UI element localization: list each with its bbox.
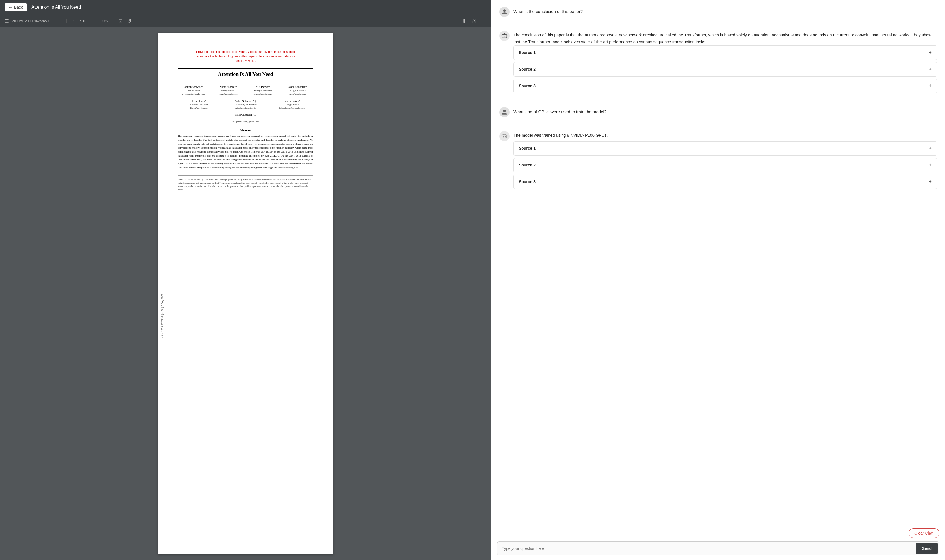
expand-icon: +	[929, 66, 932, 72]
source-item-2-3[interactable]: Source 3 +	[514, 175, 937, 189]
send-button[interactable]: Send	[916, 543, 938, 554]
ai-row-2: The model was trained using 8 NVIDIA P10…	[499, 131, 937, 141]
page-number-input[interactable]	[70, 19, 78, 23]
expand-icon: +	[929, 83, 932, 89]
zoom-controls: − 99% +	[93, 17, 115, 25]
expand-icon: +	[929, 179, 932, 185]
menu-icon[interactable]: ☰	[3, 17, 10, 25]
page-total: 15	[83, 19, 86, 23]
pdf-footnote: *Equal contribution. Listing order is ra…	[178, 175, 313, 192]
clear-chat-button[interactable]: Clear Chat	[908, 528, 939, 538]
source-item-1-3[interactable]: Source 3 +	[514, 79, 937, 93]
ai-answer-1: The conclusion of this paper is that the…	[514, 31, 937, 46]
svg-point-3	[505, 35, 506, 37]
user-question-1: What is the conclusion of this paper?	[514, 7, 583, 15]
expand-icon: +	[929, 162, 932, 168]
toolbar-separator: |	[66, 18, 67, 24]
source-item-2-1[interactable]: Source 1 +	[514, 141, 937, 156]
source-item-1-2[interactable]: Source 2 +	[514, 62, 937, 77]
author-name: Noam Shazeer*	[212, 86, 244, 88]
chat-message-user-1: What is the conclusion of this paper?	[491, 0, 945, 24]
paper-title: Attention Is All You Need	[178, 71, 313, 77]
page-controls: / 15	[70, 19, 86, 23]
expand-icon: +	[929, 146, 932, 151]
chat-message-ai-2: The model was trained using 8 NVIDIA P10…	[491, 124, 945, 196]
chat-input[interactable]	[497, 542, 916, 555]
author-org: Google Research	[247, 89, 279, 92]
svg-point-2	[503, 35, 504, 37]
zoom-out-button[interactable]: −	[93, 17, 99, 25]
author-org: Google Research	[282, 89, 313, 92]
author-email: lukaszkaiser@google.com	[271, 106, 313, 109]
permission-notice: Provided proper attribution is provided,…	[178, 50, 313, 63]
user-avatar-1	[499, 7, 509, 17]
source-label: Source 3	[519, 84, 536, 88]
author-org: Google Research	[178, 103, 221, 106]
source-label: Source 1	[519, 146, 536, 151]
ai-row-1: The conclusion of this paper is that the…	[499, 31, 937, 46]
author-org: Google Brain	[212, 89, 244, 92]
svg-rect-7	[503, 134, 505, 135]
author-kaiser: Łukasz Kaiser* Google Brain lukaszkaiser…	[271, 100, 313, 109]
author-org: University of Toronto	[224, 103, 267, 106]
pdf-divider-top	[178, 68, 313, 69]
arxiv-watermark: arXiv:1706.03762v7 [cs.CL] 2 Aug 2023	[161, 294, 164, 338]
svg-rect-1	[503, 34, 505, 35]
sources-container-1: Source 1 + Source 2 + Source 3 +	[499, 46, 937, 93]
ai-avatar-2	[499, 131, 509, 141]
abstract-heading: Abstract	[178, 129, 313, 132]
chat-user-row: What is the conclusion of this paper?	[499, 7, 937, 17]
author-email: avaswani@google.com	[178, 92, 209, 95]
pdf-document-title: Attention Is All You Need	[31, 5, 486, 10]
pdf-filename: cll0uml1200001iwncno9...	[12, 19, 63, 23]
author-email: noam@google.com	[212, 92, 244, 95]
author-name: Illia Polosukhin* ‡	[178, 113, 313, 116]
zoom-level: 99%	[101, 19, 108, 23]
authors-row2: Llion Jones* Google Research llion@googl…	[178, 100, 313, 109]
abstract-text: The dominant sequence transduction model…	[178, 134, 313, 169]
zoom-in-button[interactable]: +	[109, 17, 115, 25]
author-name: Łukasz Kaiser*	[271, 100, 313, 103]
user-avatar-2	[499, 107, 509, 117]
download-button[interactable]: ⬇	[461, 17, 468, 25]
author-gomez: Aidan N. Gomez* † University of Toronto …	[224, 100, 267, 109]
author-jones: Llion Jones* Google Research llion@googl…	[178, 100, 221, 109]
author-name: Llion Jones*	[178, 100, 221, 103]
pdf-toolbar: ☰ cll0uml1200001iwncno9... | / 15 | − 99…	[0, 15, 491, 27]
rotate-button[interactable]: ↺	[126, 17, 132, 25]
svg-rect-6	[502, 135, 507, 138]
author-org: Google Brain	[271, 103, 313, 106]
svg-point-9	[505, 136, 506, 137]
author-name: Ashish Vaswani*	[178, 86, 209, 88]
more-options-button[interactable]: ⋮	[480, 17, 488, 25]
user-question-2: What kind of GPUs were used to train the…	[514, 107, 606, 115]
chat-footer: Clear Chat Send	[491, 523, 945, 560]
author-shazeer: Noam Shazeer* Google Brain noam@google.c…	[212, 86, 244, 95]
expand-icon: +	[929, 50, 932, 56]
source-label: Source 2	[519, 163, 536, 167]
pdf-page: arXiv:1706.03762v7 [cs.CL] 2 Aug 2023 Pr…	[158, 33, 333, 554]
svg-rect-0	[502, 34, 507, 38]
source-item-1-1[interactable]: Source 1 +	[514, 46, 937, 60]
back-button[interactable]: ← Back	[5, 3, 27, 11]
pdf-panel: ← Back Attention Is All You Need ☰ cll0u…	[0, 0, 491, 560]
fit-page-button[interactable]: ⊡	[117, 17, 124, 25]
source-label: Source 3	[519, 179, 536, 184]
author-vaswani: Ashish Vaswani* Google Brain avaswani@go…	[178, 86, 209, 95]
chat-messages: What is the conclusion of this paper?	[491, 0, 945, 523]
authors-row3: Illia Polosukhin* ‡ illia.polosukhin@gma…	[178, 113, 313, 123]
author-name: Jakob Uszkoreit*	[282, 86, 313, 88]
pdf-content: arXiv:1706.03762v7 [cs.CL] 2 Aug 2023 Pr…	[0, 27, 491, 560]
author-email: illia.polosukhin@gmail.com	[178, 120, 313, 123]
pdf-titlebar: ← Back Attention Is All You Need	[0, 0, 491, 15]
print-button[interactable]: 🖨	[470, 17, 477, 25]
svg-point-8	[503, 136, 504, 137]
back-label: Back	[14, 5, 23, 9]
author-email: aidan@cs.toronto.edu	[224, 106, 267, 109]
author-polosukhin: Illia Polosukhin* ‡ illia.polosukhin@gma…	[178, 113, 313, 123]
author-org: Google Brain	[178, 89, 209, 92]
back-arrow-icon: ←	[8, 5, 12, 9]
source-item-2-2[interactable]: Source 2 +	[514, 158, 937, 172]
chat-message-ai-1: The conclusion of this paper is that the…	[491, 24, 945, 100]
author-name: Niki Parmar*	[247, 86, 279, 88]
